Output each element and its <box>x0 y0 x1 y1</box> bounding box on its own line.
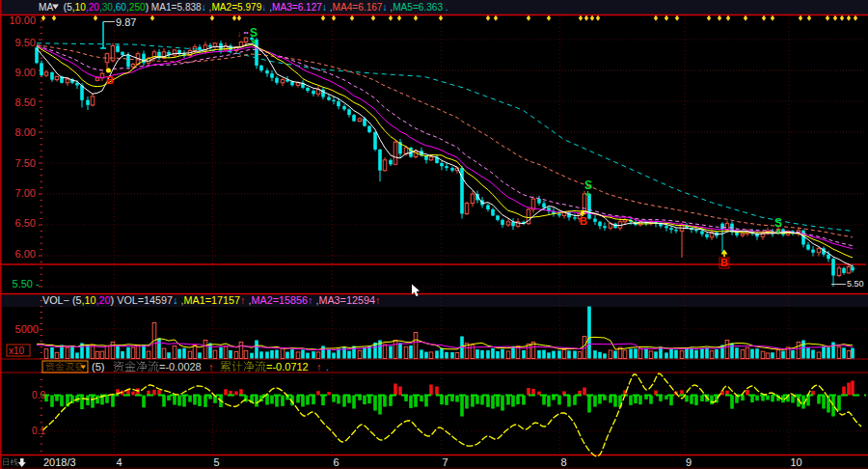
svg-text:7.50: 7.50 <box>15 157 36 169</box>
svg-text:↑: ↑ <box>208 361 214 372</box>
svg-text:B: B <box>580 215 587 227</box>
svg-text:S: S <box>584 179 592 192</box>
svg-text:.: . <box>326 361 329 372</box>
svg-text:x10: x10 <box>9 345 25 356</box>
svg-text:S: S <box>774 216 782 230</box>
svg-text:0.0: 0.0 <box>32 390 45 400</box>
svg-text:MA (5,10,20,30,60,250) MA1=: MA (5,10,20,30,60,250) MA1=5.838↓ ,MA2=5… <box>39 2 448 13</box>
svg-text:5000: 5000 <box>15 323 39 335</box>
svg-text:9.50: 9.50 <box>15 37 36 48</box>
svg-text:↑: ↑ <box>316 361 322 372</box>
svg-text:10: 10 <box>791 456 802 468</box>
svg-text:8.00: 8.00 <box>15 126 36 138</box>
svg-text:-: - <box>36 278 40 290</box>
svg-text:8.50: 8.50 <box>15 97 36 108</box>
svg-text:7.00: 7.00 <box>15 187 36 199</box>
svg-text:8: 8 <box>561 456 567 468</box>
svg-text:6: 6 <box>334 456 339 468</box>
svg-text:5.50: 5.50 <box>13 278 33 290</box>
svg-text:9.87: 9.87 <box>116 16 136 28</box>
svg-text:10.00: 10.00 <box>9 14 36 26</box>
svg-text:7: 7 <box>443 456 448 468</box>
svg-text:=-0.0712: =-0.0712 <box>266 361 309 372</box>
svg-text:5: 5 <box>214 456 220 468</box>
svg-text:0.1: 0.1 <box>32 426 45 436</box>
svg-text:2018/3: 2018/3 <box>43 456 76 468</box>
svg-text:9.00: 9.00 <box>15 67 36 78</box>
svg-text:=-0.0028: =-0.0028 <box>159 361 202 372</box>
svg-text:4: 4 <box>117 456 122 468</box>
svg-text:••: •• <box>244 29 249 36</box>
svg-text:↓: ↓ <box>237 29 242 39</box>
svg-text:VOL− (5,10,20) VOL=14597↓ ,MA1: VOL− (5,10,20) VOL=14597↓ ,MA1=17157↑ ,M… <box>42 294 380 306</box>
svg-text:9: 9 <box>686 456 692 468</box>
svg-text:6.00: 6.00 <box>15 248 36 260</box>
svg-text:B: B <box>106 74 114 86</box>
svg-text:(5): (5) <box>92 361 104 372</box>
svg-text:6.50: 6.50 <box>15 217 36 229</box>
svg-text:B: B <box>720 257 728 268</box>
svg-text:5.50: 5.50 <box>847 279 864 289</box>
svg-text:S: S <box>250 26 258 40</box>
